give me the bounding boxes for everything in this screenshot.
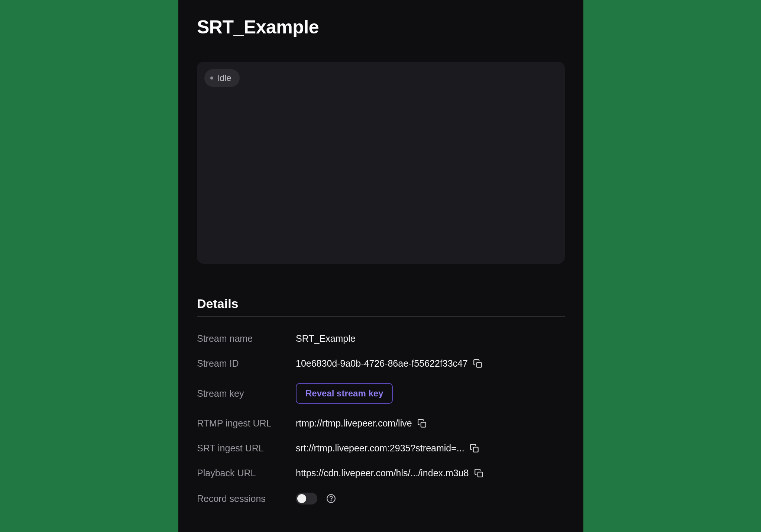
label-stream-id: Stream ID xyxy=(197,358,294,369)
svg-point-5 xyxy=(331,500,331,501)
value-rtmp-url: rtmp://rtmp.livepeer.com/live xyxy=(296,418,565,429)
stream-settings-panel: SRT_Example Idle Details Stream name SRT… xyxy=(178,0,583,532)
label-stream-key: Stream key xyxy=(197,388,294,399)
record-sessions-toggle[interactable] xyxy=(296,493,317,505)
text-playback-url: https://cdn.livepeer.com/hls/.../index.m… xyxy=(296,468,469,479)
text-stream-id: 10e6830d-9a0b-4726-86ae-f55622f33c47 xyxy=(296,358,468,369)
svg-rect-2 xyxy=(473,447,478,452)
value-record-sessions xyxy=(296,493,565,505)
details-grid: Stream name SRT_Example Stream ID 10e683… xyxy=(197,333,565,505)
value-srt-url: srt://rtmp.livepeer.com:2935?streamid=..… xyxy=(296,443,565,454)
label-record-sessions: Record sessions xyxy=(197,493,294,504)
section-heading-details: Details xyxy=(197,296,565,311)
value-stream-id: 10e6830d-9a0b-4726-86ae-f55622f33c47 xyxy=(296,358,565,369)
value-stream-name: SRT_Example xyxy=(296,333,565,344)
value-stream-key: Reveal stream key xyxy=(296,383,565,404)
label-rtmp-url: RTMP ingest URL xyxy=(197,418,294,429)
status-badge: Idle xyxy=(204,69,240,87)
help-icon[interactable] xyxy=(326,494,336,503)
copy-icon[interactable] xyxy=(470,444,479,453)
text-srt-url: srt://rtmp.livepeer.com:2935?streamid=..… xyxy=(296,443,464,454)
svg-rect-3 xyxy=(477,472,482,477)
text-stream-name: SRT_Example xyxy=(296,333,356,344)
section-divider xyxy=(197,316,565,317)
svg-rect-1 xyxy=(421,422,425,427)
value-playback-url: https://cdn.livepeer.com/hls/.../index.m… xyxy=(296,468,565,479)
text-rtmp-url: rtmp://rtmp.livepeer.com/live xyxy=(296,418,412,429)
copy-icon[interactable] xyxy=(474,468,484,478)
label-stream-name: Stream name xyxy=(197,333,294,344)
label-srt-url: SRT ingest URL xyxy=(197,443,294,454)
stream-preview: Idle xyxy=(197,62,565,264)
reveal-stream-key-button[interactable]: Reveal stream key xyxy=(296,383,393,404)
status-dot-icon xyxy=(210,77,213,80)
copy-icon[interactable] xyxy=(473,359,483,369)
svg-rect-0 xyxy=(477,362,482,367)
copy-icon[interactable] xyxy=(417,419,427,428)
page-title: SRT_Example xyxy=(197,16,565,38)
status-label: Idle xyxy=(217,73,231,83)
toggle-knob xyxy=(297,494,306,503)
label-playback-url: Playback URL xyxy=(197,468,294,479)
